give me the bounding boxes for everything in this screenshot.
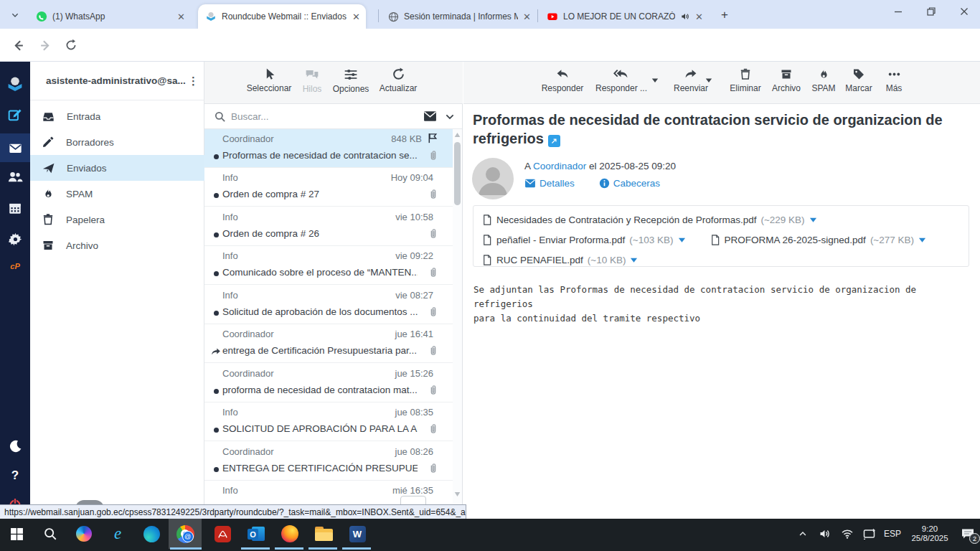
sidebar-item-enviados[interactable]: Enviados [30, 155, 204, 181]
attachment-icon [428, 227, 439, 240]
contacts-icon[interactable] [0, 164, 30, 191]
search-scope-envelope-icon[interactable] [423, 110, 437, 122]
compose-icon[interactable] [0, 101, 30, 128]
sidebar-item-borradores[interactable]: Borradores [30, 129, 204, 155]
folder-label: Borradores [66, 137, 114, 148]
tab-separator [378, 9, 379, 22]
headers-toggle[interactable]: Cabeceras [599, 178, 660, 189]
window-close-button[interactable] [948, 0, 980, 23]
sidebar-item-papelera[interactable]: Papelera [30, 207, 204, 232]
tab-close-icon[interactable]: ✕ [523, 11, 531, 22]
notifications-icon[interactable]: 2 [958, 525, 977, 542]
calendar-icon[interactable] [0, 194, 30, 222]
message-row[interactable]: Info vie 08:27 Solicitud de aprobación d… [204, 286, 453, 324]
attachment-item[interactable]: peñafiel - Enviar Proforma.pdf(~103 KB) [482, 234, 686, 246]
reply-all-caret-icon[interactable] [651, 77, 659, 83]
attachment-item[interactable]: Necesidades de Contratación y Recepción … [482, 214, 817, 226]
message-row[interactable]: Info vie 09:22 Comunicado sobre el proce… [204, 246, 453, 285]
tab-close-icon[interactable]: ✕ [352, 11, 360, 22]
roundcube-logo-icon [0, 70, 30, 98]
search-options-chevron-icon[interactable] [445, 113, 455, 121]
back-button[interactable] [10, 37, 26, 53]
tray-chevron-icon[interactable] [795, 526, 811, 542]
sidebar-item-spam[interactable]: SPAM [30, 181, 204, 207]
tab-close-icon[interactable]: ✕ [177, 11, 185, 22]
taskbar-explorer-icon[interactable] [307, 519, 340, 549]
unread-dot [214, 389, 219, 394]
page-size-box-partial[interactable] [400, 496, 426, 504]
attachment-item[interactable]: RUC PENAFIEL.pdf(~10 KB) [482, 254, 638, 266]
recipient-link[interactable]: Coordinador [533, 161, 586, 171]
settings-icon[interactable] [0, 225, 30, 253]
account-menu-icon[interactable]: ⋮ [188, 75, 199, 88]
message-date: Hoy 09:04 [391, 172, 433, 183]
message-sender: Info [222, 172, 238, 183]
forward-caret-icon[interactable] [705, 77, 712, 83]
forward-button[interactable] [37, 37, 53, 53]
wifi-icon[interactable] [839, 526, 855, 542]
refresh-icon [392, 67, 405, 81]
reload-button[interactable] [63, 37, 79, 53]
refresh-button[interactable]: Actualizar [371, 67, 425, 100]
forward-button-mail[interactable]: Reenviar [664, 67, 718, 100]
taskbar-word-icon[interactable]: W [341, 519, 374, 549]
more-button[interactable]: Más [867, 67, 921, 100]
sidebar-item-entrada[interactable]: Entrada [30, 103, 204, 129]
taskbar-ie-icon[interactable]: e [101, 519, 134, 549]
list-scrollbar[interactable] [453, 129, 462, 504]
account-header[interactable]: asistente-administrativo@sa... ⋮ [30, 62, 204, 100]
details-toggle[interactable]: Detalles [524, 178, 575, 189]
attachment-item[interactable]: PROFORMA 26-2025-signed.pdf(~277 KB) [710, 234, 927, 246]
tab-whatsapp[interactable]: (1) WhatsApp ✕ [29, 4, 191, 29]
taskbar-chrome-icon[interactable]: @ [169, 519, 202, 549]
reply-all-button[interactable]: Responder ... [594, 67, 649, 100]
taskbar-edge-icon[interactable] [135, 519, 168, 549]
new-tab-button[interactable]: + [716, 6, 733, 24]
message-date: vie 09:22 [395, 250, 433, 261]
scroll-up-icon[interactable] [454, 132, 461, 138]
volume-icon[interactable] [817, 526, 833, 542]
mail-icon[interactable] [0, 134, 30, 161]
scrollbar-thumb[interactable] [454, 142, 461, 205]
display-connect-icon[interactable] [862, 526, 877, 542]
taskbar-search-icon[interactable] [34, 519, 67, 549]
message-row[interactable]: Coordinador 848 KB Proformas de necesida… [204, 129, 453, 168]
message-row[interactable]: Info vie 10:58 Orden de compra # 26 [204, 207, 453, 246]
taskbar-copilot-icon[interactable] [67, 519, 100, 549]
tab-audio-icon[interactable] [680, 11, 690, 22]
tab-session[interactable]: Sesión terminada | Informes Me ✕ [380, 4, 537, 29]
window-minimize-button[interactable] [882, 0, 914, 23]
clock[interactable]: 9:20 25/8/2025 [908, 524, 952, 543]
ellipsis-icon [887, 67, 901, 81]
message-row[interactable]: Info Hoy 09:04 Orden de compra # 27 [204, 168, 453, 207]
flag-icon[interactable] [427, 132, 439, 144]
tab-search-button[interactable] [6, 6, 24, 24]
message-row[interactable]: Coordinador jue 16:41 entrega de Certifi… [204, 324, 453, 363]
message-subject: entrega de Certificación Presupuestaria … [222, 345, 418, 356]
start-button[interactable] [0, 519, 33, 549]
taskbar-outlook-icon[interactable]: O [240, 519, 273, 549]
taskbar-firefox-icon[interactable] [273, 519, 306, 549]
dark-mode-icon[interactable] [0, 433, 30, 460]
taskbar-acrobat-icon[interactable] [206, 519, 239, 549]
search-input[interactable] [231, 108, 418, 125]
message-row[interactable]: Coordinador jue 08:26 ENTREGA DE CERTIFI… [204, 442, 453, 481]
sidebar-item-archivo[interactable]: Archivo [30, 232, 204, 258]
scroll-down-icon[interactable] [454, 491, 461, 497]
help-icon[interactable]: ? [0, 462, 30, 489]
options-button[interactable]: Opciones [324, 67, 378, 100]
logout-icon[interactable] [0, 491, 30, 504]
reply-button[interactable]: Responder [535, 67, 590, 100]
message-row[interactable]: Coordinador jue 15:26 proforma de necesi… [204, 364, 453, 402]
threads-icon [305, 67, 319, 82]
window-restore-button[interactable] [915, 0, 947, 23]
language-indicator[interactable]: ESP [884, 529, 901, 539]
tab-youtube[interactable]: LO MEJOR DE UN CORAZÓ ✕ [540, 4, 709, 29]
chrome-profile-badge: @ [182, 531, 194, 542]
message-sender: Coordinador [222, 368, 274, 379]
cpanel-icon[interactable]: cP [0, 253, 30, 280]
open-in-new-window-icon[interactable] [548, 135, 560, 147]
message-row[interactable]: Info jue 08:35 SOLICITUD DE APROBACIÓN D… [204, 402, 453, 441]
tab-roundcube[interactable]: Roundcube Webmail :: Enviados ✕ [198, 4, 366, 29]
tab-close-icon[interactable]: ✕ [695, 11, 703, 22]
